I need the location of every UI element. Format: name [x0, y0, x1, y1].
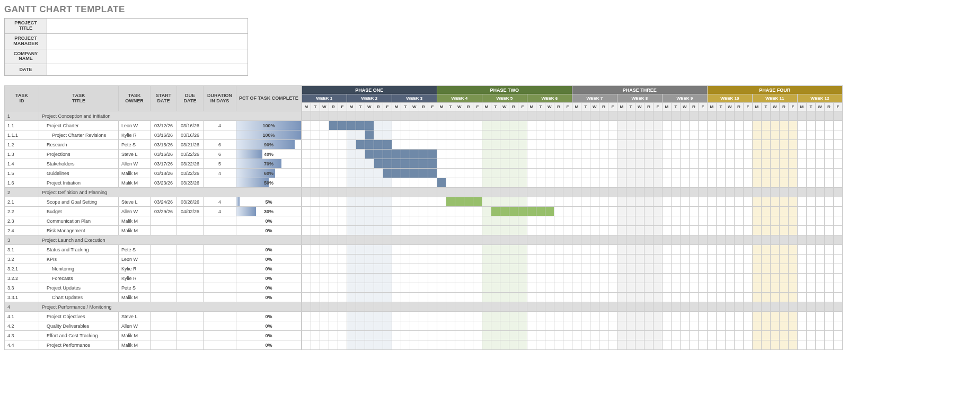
task-dur[interactable]	[204, 264, 236, 274]
task-pct[interactable]: 0%	[236, 264, 302, 274]
task-owner[interactable]: Allen W	[119, 159, 151, 169]
task-dur[interactable]	[204, 293, 236, 302]
task-owner[interactable]: Pete S	[119, 245, 151, 255]
meta-value[interactable]	[47, 33, 248, 49]
task-title[interactable]: Chart Updates	[39, 293, 119, 302]
task-owner[interactable]: Malik M	[119, 226, 151, 235]
task-pct[interactable]: 90%	[236, 140, 302, 150]
task-due[interactable]	[177, 255, 204, 264]
task-due[interactable]	[177, 321, 204, 331]
task-dur[interactable]: 4	[204, 169, 236, 178]
task-title[interactable]: Guidelines	[39, 169, 119, 178]
task-dur[interactable]	[204, 255, 236, 264]
task-owner[interactable]: Steve L	[119, 312, 151, 321]
task-dur[interactable]	[204, 178, 236, 188]
task-dur[interactable]	[204, 130, 236, 140]
task-dur[interactable]	[204, 274, 236, 283]
task-title[interactable]: Scope and Goal Setting	[39, 197, 119, 207]
task-due[interactable]: 03/23/26	[177, 178, 204, 188]
task-title[interactable]: Project Objectives	[39, 312, 119, 321]
task-dur[interactable]	[204, 340, 236, 350]
meta-value[interactable]	[47, 19, 248, 34]
task-owner[interactable]: Allen W	[119, 321, 151, 331]
task-owner[interactable]: Allen W	[119, 207, 151, 216]
task-start[interactable]	[151, 340, 177, 350]
task-title[interactable]: Stakeholders	[39, 159, 119, 169]
task-title[interactable]: Risk Management	[39, 226, 119, 235]
task-start[interactable]	[151, 245, 177, 255]
task-start[interactable]	[151, 321, 177, 331]
task-start[interactable]: 03/29/26	[151, 207, 177, 216]
task-due[interactable]	[177, 312, 204, 321]
task-due[interactable]	[177, 226, 204, 235]
task-dur[interactable]	[204, 226, 236, 235]
task-owner[interactable]: Malik M	[119, 293, 151, 302]
task-dur[interactable]	[204, 312, 236, 321]
task-title[interactable]: Budget	[39, 207, 119, 216]
task-title[interactable]: Quality Deliverables	[39, 321, 119, 331]
task-title[interactable]: Communication Plan	[39, 216, 119, 226]
task-due[interactable]: 03/22/26	[177, 169, 204, 178]
task-start[interactable]: 03/23/26	[151, 178, 177, 188]
task-owner[interactable]: Kylie R	[119, 274, 151, 283]
task-owner[interactable]: Malik M	[119, 178, 151, 188]
meta-value[interactable]	[47, 49, 248, 64]
task-due[interactable]	[177, 340, 204, 350]
task-start[interactable]	[151, 216, 177, 226]
task-due[interactable]	[177, 274, 204, 283]
task-owner[interactable]: Leon W	[119, 121, 151, 130]
task-due[interactable]	[177, 293, 204, 302]
task-owner[interactable]: Malik M	[119, 340, 151, 350]
task-owner[interactable]: Malik M	[119, 331, 151, 340]
task-due[interactable]	[177, 264, 204, 274]
task-due[interactable]	[177, 283, 204, 293]
task-title[interactable]: KPIs	[39, 255, 119, 264]
task-due[interactable]: 03/22/26	[177, 150, 204, 159]
task-pct[interactable]: 60%	[236, 169, 302, 178]
task-owner[interactable]: Malik M	[119, 216, 151, 226]
task-start[interactable]: 03/12/26	[151, 121, 177, 130]
task-title[interactable]: Project Charter	[39, 121, 119, 130]
task-due[interactable]: 03/22/26	[177, 159, 204, 169]
task-start[interactable]: 03/18/26	[151, 169, 177, 178]
task-pct[interactable]: 0%	[236, 293, 302, 302]
task-pct[interactable]: 0%	[236, 216, 302, 226]
task-owner[interactable]: Kylie R	[119, 130, 151, 140]
task-pct[interactable]: 40%	[236, 150, 302, 159]
task-due[interactable]: 03/16/26	[177, 130, 204, 140]
task-dur[interactable]: 4	[204, 207, 236, 216]
task-start[interactable]: 03/24/26	[151, 197, 177, 207]
task-pct[interactable]: 0%	[236, 331, 302, 340]
task-pct[interactable]: 50%	[236, 178, 302, 188]
task-start[interactable]: 03/17/26	[151, 159, 177, 169]
task-pct[interactable]: 0%	[236, 274, 302, 283]
task-dur[interactable]: 5	[204, 159, 236, 169]
task-owner[interactable]: Leon W	[119, 255, 151, 264]
task-due[interactable]: 03/21/26	[177, 140, 204, 150]
task-due[interactable]: 03/28/26	[177, 197, 204, 207]
task-pct[interactable]: 0%	[236, 245, 302, 255]
task-pct[interactable]: 0%	[236, 255, 302, 264]
task-pct[interactable]: 0%	[236, 312, 302, 321]
task-title[interactable]: Effort and Cost Tracking	[39, 331, 119, 340]
task-dur[interactable]	[204, 283, 236, 293]
task-start[interactable]	[151, 255, 177, 264]
task-start[interactable]: 03/16/26	[151, 150, 177, 159]
task-pct[interactable]: 5%	[236, 197, 302, 207]
task-dur[interactable]: 4	[204, 121, 236, 130]
task-title[interactable]: Forecasts	[39, 274, 119, 283]
task-pct[interactable]: 0%	[236, 283, 302, 293]
task-owner[interactable]: Kylie R	[119, 264, 151, 274]
task-dur[interactable]: 4	[204, 197, 236, 207]
task-owner[interactable]: Malik M	[119, 169, 151, 178]
task-title[interactable]: Project Initiation	[39, 178, 119, 188]
task-dur[interactable]: 6	[204, 140, 236, 150]
task-dur[interactable]: 6	[204, 150, 236, 159]
task-pct[interactable]: 100%	[236, 130, 302, 140]
task-dur[interactable]	[204, 216, 236, 226]
task-dur[interactable]	[204, 331, 236, 340]
task-owner[interactable]: Steve L	[119, 150, 151, 159]
task-due[interactable]	[177, 331, 204, 340]
task-pct[interactable]: 70%	[236, 159, 302, 169]
task-owner[interactable]: Pete S	[119, 283, 151, 293]
